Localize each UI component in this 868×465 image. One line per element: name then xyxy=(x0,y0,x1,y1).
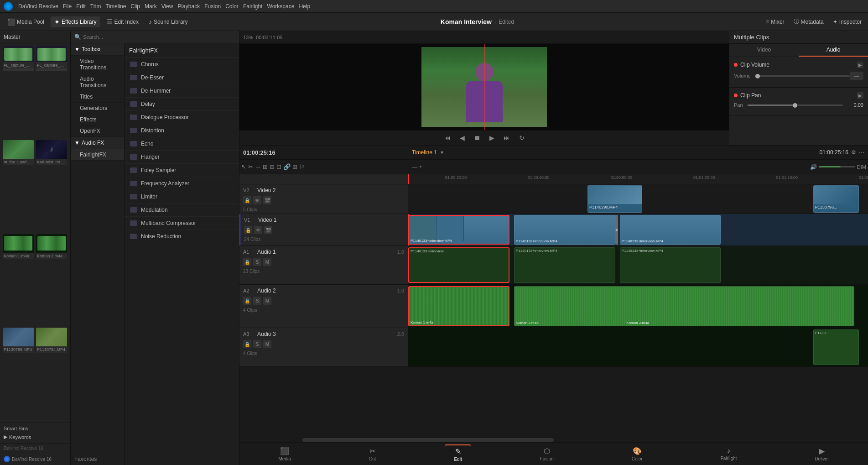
media-clip-4[interactable]: ♪ Karl-reist intro To... xyxy=(36,140,67,165)
volume-slider-timeline[interactable] xyxy=(819,166,855,167)
menu-file[interactable]: File xyxy=(63,3,72,10)
menu-trim[interactable]: Trim xyxy=(90,3,101,10)
selection-tool-icon[interactable]: ↖ xyxy=(241,163,246,170)
track-a1-mute[interactable]: M xyxy=(263,258,271,266)
media-button[interactable]: ⬛ Media xyxy=(270,445,300,463)
a2-clip-2[interactable]: Koman 2.m4a Koman 2.m4a xyxy=(514,286,854,326)
effect-de-hummer[interactable]: De-Hummer xyxy=(125,84,239,98)
effects-item[interactable]: Effects xyxy=(71,114,124,125)
pan-slider[interactable] xyxy=(748,104,843,106)
pan-expand-button[interactable]: ▶ xyxy=(857,92,863,99)
color-button[interactable]: 🎨 Color xyxy=(623,445,652,463)
slip-tool-icon[interactable]: ⊟ xyxy=(270,163,275,170)
inspector-button[interactable]: ✦ Inspector xyxy=(830,17,864,27)
menu-davinci[interactable]: DaVinci Resolve xyxy=(18,3,58,10)
media-clip-3[interactable]: In_the_Land_of_R... xyxy=(3,140,34,165)
play-button[interactable]: ▶ xyxy=(488,133,496,142)
keywords-item[interactable]: ▶ Keywords xyxy=(4,433,67,441)
sound-library-button[interactable]: ♪ Sound Library xyxy=(145,16,192,27)
fusion-button[interactable]: ⬡ Fusion xyxy=(531,445,563,463)
a1-clip-2[interactable]: P1140133+interview.MP4 xyxy=(514,247,615,283)
media-clip-5[interactable]: Koman 1.m4a xyxy=(3,234,34,259)
expand-button[interactable]: ▶ xyxy=(857,62,863,68)
menu-playback[interactable]: Playback xyxy=(177,3,200,10)
fairlight-button[interactable]: ♪ Fairlight xyxy=(712,445,746,463)
flag-icon[interactable]: ⚐ xyxy=(299,163,305,170)
effect-flanger[interactable]: Flanger xyxy=(125,151,239,164)
timeline-settings-icon[interactable]: ⚙ xyxy=(851,149,856,156)
fairlight-fx-item[interactable]: FairlightFX xyxy=(71,149,124,161)
track-v2-lock[interactable]: 🔒 xyxy=(243,196,251,204)
menu-help[interactable]: Help xyxy=(299,3,310,10)
media-clip-2[interactable]: FL_capture_2019-... xyxy=(36,46,67,71)
timeline-scrollbar[interactable] xyxy=(239,438,868,442)
step-back-button[interactable]: ◀ xyxy=(458,133,467,142)
v1-clip-1[interactable]: P1140133+interview.MP4 xyxy=(408,215,509,245)
track-a3-solo[interactable]: S xyxy=(253,340,261,348)
track-v1-lock[interactable]: 🔒 xyxy=(244,226,252,234)
effect-limiter[interactable]: Limiter xyxy=(125,190,239,204)
effect-frequency-analyzer[interactable]: Frequency Analyzer xyxy=(125,177,239,190)
media-clip-1[interactable]: FL_capture_2019-... xyxy=(3,46,34,71)
generators-item[interactable]: Generators xyxy=(71,103,124,114)
a2-clip-1[interactable]: Koman 1.m4a xyxy=(408,286,509,326)
volume-slider[interactable] xyxy=(755,75,850,77)
track-v1-eye[interactable]: 👁 xyxy=(254,226,262,234)
timeline-scrollbar-thumb[interactable] xyxy=(302,438,554,442)
track-v1-film[interactable]: 🎬 xyxy=(264,226,272,234)
effect-delay[interactable]: Delay xyxy=(125,98,239,111)
track-v2-eye[interactable]: 👁 xyxy=(253,196,261,204)
track-a1-lock[interactable]: 🔒 xyxy=(243,258,251,266)
effect-de-esser[interactable]: De-Esser xyxy=(125,71,239,84)
effect-distortion[interactable]: Distortion xyxy=(125,124,239,137)
media-clip-8[interactable]: P1130794.MP4 xyxy=(36,328,67,353)
effect-modulation[interactable]: Modulation xyxy=(125,204,239,217)
toolbox-group[interactable]: ▼ Toolbox xyxy=(71,43,124,56)
menu-edit[interactable]: Edit xyxy=(76,3,86,10)
a1-clip-3[interactable]: P1140133+interview.MP4 xyxy=(620,247,721,283)
zoom-out-icon[interactable]: — xyxy=(412,164,417,170)
effects-search-input[interactable] xyxy=(83,34,235,40)
effect-noise-reduction[interactable]: Noise Reduction xyxy=(125,230,239,243)
snap-icon[interactable]: ⊞ xyxy=(292,163,297,170)
tab-video[interactable]: Video xyxy=(729,44,799,57)
go-to-end-button[interactable]: ⏭ xyxy=(502,133,512,142)
effects-library-button[interactable]: ✦ Effects Library xyxy=(51,16,100,27)
track-a3-mute[interactable]: M xyxy=(263,340,271,348)
track-a2-mute[interactable]: M xyxy=(263,297,271,305)
menu-view[interactable]: View xyxy=(161,3,173,10)
titles-item[interactable]: Titles xyxy=(71,91,124,103)
menu-timeline[interactable]: Timeline xyxy=(105,3,126,10)
v1-clip-3[interactable]: P1140133+interview.MP4 xyxy=(620,215,721,245)
v2-clip-1[interactable]: P1140290.MP4 xyxy=(587,185,642,213)
slide-tool-icon[interactable]: ⊡ xyxy=(276,163,281,170)
stop-button[interactable]: ⏹ xyxy=(472,133,482,142)
v1-clip-2[interactable]: P1140133+interview.MP4 xyxy=(514,215,615,245)
menu-clip[interactable]: Clip xyxy=(130,3,140,10)
metadata-button[interactable]: ⓘ Metadata xyxy=(791,16,826,27)
audio-transitions-item[interactable]: Audio Transitions xyxy=(71,73,124,91)
track-a2-solo[interactable]: S xyxy=(253,297,261,305)
edit-button[interactable]: ✎ Edit xyxy=(445,444,471,464)
mixer-button[interactable]: ≡ Mixer xyxy=(763,17,787,27)
go-to-start-button[interactable]: ⏮ xyxy=(442,133,452,142)
audio-fx-group[interactable]: ▼ Audio FX xyxy=(71,137,124,149)
deliver-button[interactable]: ▶ Deliver xyxy=(806,445,838,463)
position-lock-icon[interactable]: 🔗 xyxy=(283,163,291,170)
video-transitions-item[interactable]: Video Transitions xyxy=(71,56,124,73)
loop-button[interactable]: ↻ xyxy=(517,133,526,142)
cut-button[interactable]: ✂ Cut xyxy=(360,445,385,463)
effect-multiband-compressor[interactable]: Multiband Compressor xyxy=(125,217,239,230)
media-clip-6[interactable]: Koman 2.m4a xyxy=(36,234,67,259)
zoom-in-icon[interactable]: + xyxy=(419,164,422,170)
trim-tool-icon[interactable]: ↔ xyxy=(255,163,261,170)
effect-echo[interactable]: Echo xyxy=(125,137,239,151)
v2-clip-2[interactable]: P1130796... xyxy=(813,185,859,213)
timeline-more-icon[interactable]: ⋯ xyxy=(859,149,864,156)
menu-color[interactable]: Color xyxy=(225,3,239,10)
menu-mark[interactable]: Mark xyxy=(145,3,157,10)
effect-dialogue-processor[interactable]: Dialogue Processor xyxy=(125,111,239,124)
effect-chorus[interactable]: Chorus xyxy=(125,58,239,71)
a3-clip-1[interactable]: P1130... xyxy=(813,329,859,365)
menu-fairlight[interactable]: Fairlight xyxy=(243,3,263,10)
